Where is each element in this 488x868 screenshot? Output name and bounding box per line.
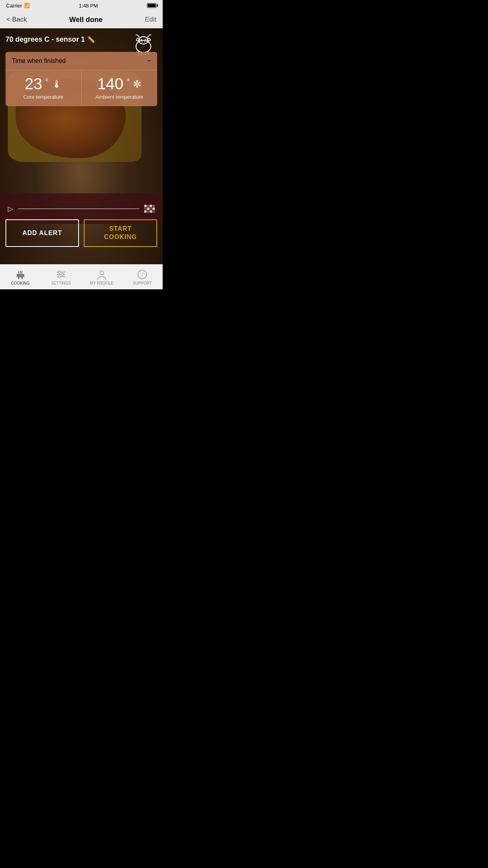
tab-cooking[interactable]: COOKING [0, 269, 41, 285]
progress-line [18, 208, 139, 209]
start-cooking-line1: START [109, 225, 132, 232]
time-card[interactable]: Time when finished − [6, 52, 157, 70]
core-temp-row: 23 ° 🌡 [10, 76, 77, 92]
ambient-temp-degree: ° [127, 77, 130, 86]
svg-point-0 [136, 40, 151, 53]
wifi-icon: 📶 [24, 3, 30, 8]
profile-tab-icon [96, 269, 107, 280]
back-label: < Back [6, 16, 27, 24]
time-card-minus: − [147, 57, 151, 64]
core-ambient-row: 23 ° 🌡 Core temperature 140 ° ✼ Ambient … [6, 70, 157, 106]
svg-point-4 [141, 39, 142, 40]
svg-point-19 [58, 271, 61, 273]
ambient-temp-value: 140 [97, 76, 123, 92]
core-temp-degree: ° [46, 77, 49, 86]
action-buttons: ADD ALERT START COOKING [6, 219, 157, 247]
core-temp-label: Core temperature [23, 94, 63, 100]
svg-rect-12 [17, 274, 24, 276]
svg-point-21 [58, 276, 61, 278]
start-cooking-line2: COOKING [104, 234, 137, 240]
svg-rect-13 [17, 276, 24, 277]
progress-track: ▷ [8, 204, 155, 213]
tab-settings[interactable]: SETTINGS [41, 269, 82, 285]
svg-point-6 [142, 42, 143, 43]
svg-line-15 [22, 277, 22, 279]
sensor-text: 70 degrees C - sensor 1 [6, 35, 85, 44]
back-button[interactable]: < Back [6, 16, 27, 24]
svg-point-22 [100, 271, 104, 275]
svg-line-14 [18, 277, 19, 279]
nav-title: Well done [69, 16, 103, 24]
sensor-label: 70 degrees C - sensor 1 ✏️ [6, 35, 95, 44]
core-temp-value: 23 [25, 76, 42, 92]
main-content: 70 degrees C - sensor 1 ✏️ [0, 28, 163, 267]
temp-cards: Time when finished − 23 ° 🌡 Core tempera… [6, 52, 157, 106]
settings-tab-icon [55, 269, 66, 280]
ambient-temp-row: 140 ° ✼ [86, 76, 153, 92]
core-temp-card: 23 ° 🌡 Core temperature [6, 70, 82, 106]
tab-profile[interactable]: MY PROFILE [81, 269, 122, 285]
svg-point-5 [145, 39, 146, 40]
support-tab-label: SUPPORT [133, 281, 152, 285]
time-label: 1:48 PM [79, 3, 98, 9]
cooking-tab-label: COOKING [11, 281, 29, 285]
cooking-tab-icon [15, 269, 26, 280]
battery-icon [147, 3, 156, 8]
start-cooking-button[interactable]: START COOKING [84, 219, 157, 247]
add-alert-button[interactable]: ADD ALERT [6, 219, 79, 247]
svg-point-20 [61, 273, 64, 276]
carrier-label: Carrier [6, 3, 22, 9]
status-bar: Carrier 📶 1:48 PM [0, 0, 163, 11]
support-tab-icon: ? [137, 269, 148, 280]
edit-button[interactable]: Edit [145, 16, 156, 24]
profile-tab-label: MY PROFILE [90, 281, 114, 285]
fan-icon: ✼ [133, 78, 141, 90]
nav-bar: < Back Well done Edit [0, 11, 163, 28]
tab-bar: COOKING SETTINGS MY PROFILE ? SUPPORT [0, 264, 163, 289]
checkered-flag-icon [144, 205, 155, 213]
svg-text:?: ? [141, 272, 143, 278]
settings-tab-label: SETTINGS [51, 281, 71, 285]
sensor-edit-icon[interactable]: ✏️ [87, 36, 95, 43]
tab-support[interactable]: ? SUPPORT [122, 269, 163, 285]
thermometer-icon: 🌡 [52, 78, 62, 90]
ambient-temp-label: Ambient temperature [95, 94, 143, 100]
ambient-temp-card: 140 ° ✼ Ambient temperature [82, 70, 158, 106]
time-card-label: Time when finished [12, 57, 66, 64]
svg-point-7 [144, 42, 145, 43]
status-left: Carrier 📶 [6, 3, 30, 9]
play-icon[interactable]: ▷ [8, 204, 13, 213]
